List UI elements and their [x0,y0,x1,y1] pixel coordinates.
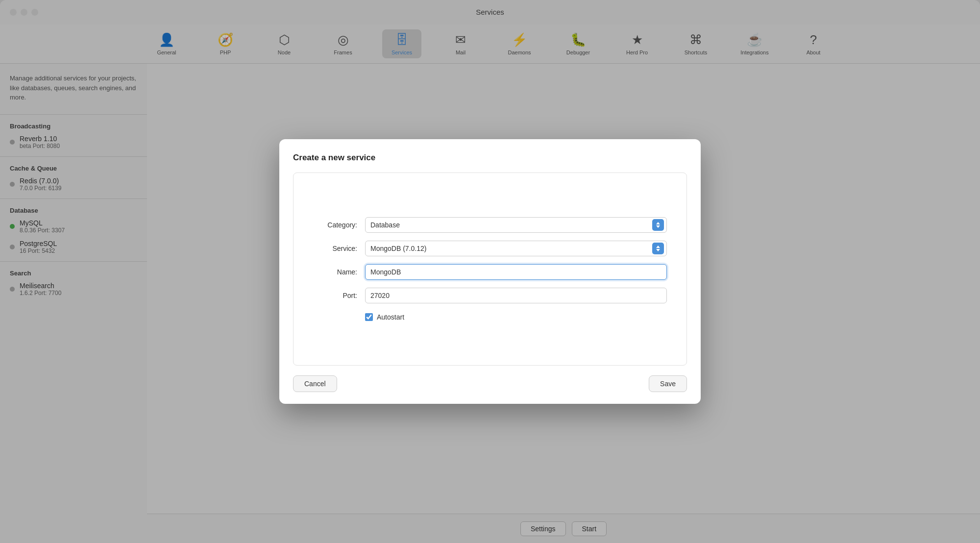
cancel-button[interactable]: Cancel [293,375,337,392]
port-label: Port: [313,292,357,299]
port-control [365,288,667,303]
name-control [365,264,667,280]
category-label: Category: [313,221,357,229]
modal-overlay: Create a new service Category: Database … [0,0,980,543]
service-row: Service: MongoDB (7.0.12) MySQL 8.0 Post… [313,241,667,256]
modal-form-area: Category: Database Cache & Queue Broadca… [293,173,687,366]
service-control: MongoDB (7.0.12) MySQL 8.0 PostgreSQL 16 [365,241,667,256]
port-input[interactable] [365,288,667,303]
modal-title: Create a new service [293,153,687,163]
category-row: Category: Database Cache & Queue Broadca… [313,217,667,233]
name-row: Name: [313,264,667,280]
autostart-checkbox[interactable] [365,313,373,321]
name-label: Name: [313,268,357,276]
port-row: Port: [313,288,667,303]
name-input[interactable] [365,264,667,280]
autostart-label: Autostart [377,313,404,321]
autostart-row: Autostart [365,313,667,321]
category-select[interactable]: Database Cache & Queue Broadcasting Sear… [365,217,667,233]
category-control: Database Cache & Queue Broadcasting Sear… [365,217,667,233]
modal-footer: Cancel Save [293,375,687,392]
create-service-modal: Create a new service Category: Database … [279,139,701,404]
service-select[interactable]: MongoDB (7.0.12) MySQL 8.0 PostgreSQL 16 [365,241,667,256]
service-label: Service: [313,245,357,252]
save-button[interactable]: Save [649,375,687,392]
